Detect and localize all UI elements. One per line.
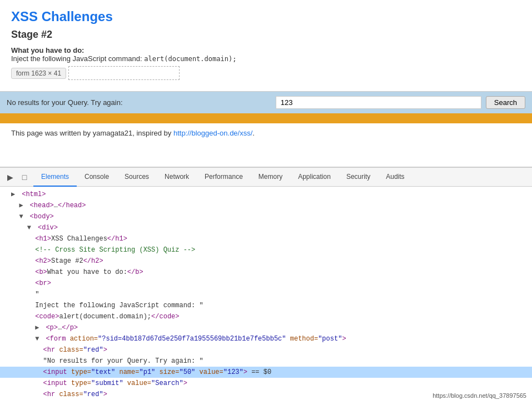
status-url: https://blog.csdn.net/qq_37897565 [432,392,526,399]
tab-network[interactable]: Network [157,168,197,187]
inject-text-label: Inject the following JavaScript command: [11,54,142,63]
code-line: ▶ <html> [0,189,532,200]
page-area: XSS Challenges Stage #2 What you have to… [0,0,532,92]
code-line: <hr class="red"> [0,344,532,356]
code-line: Inject the following JavaScript command:… [0,300,532,311]
code-line: ▼ <body> [0,211,532,222]
footer-text: This page was written by yamagata21, ins… [0,123,532,143]
tab-security[interactable]: Security [339,168,378,187]
page-title: XSS Challenges [11,9,521,24]
tab-application[interactable]: Application [290,168,339,187]
inject-code: alert(document.domain); [144,55,236,63]
orange-bar [0,113,532,123]
code-line: ▼ <div> [0,222,532,233]
tab-console[interactable]: Console [77,168,117,187]
code-line: ▶ <p>…</p> [0,322,532,333]
status-bar: https://blog.csdn.net/qq_37897565 [427,391,532,400]
code-line: <!-- Cross Site Scripting (XSS) Quiz --> [0,244,532,256]
devtools-panel: ▶ □ Elements Console Sources Network Per… [0,167,532,400]
form-hint: form 1623 × 41 [11,68,66,79]
code-line: <h2>Stage #2</h2> [0,256,532,267]
inspect-icon[interactable]: □ [19,172,30,183]
code-line: ▶ <head>…</head> [0,200,532,211]
search-button[interactable]: Search [486,96,525,109]
code-line: <h1>XSS Challenges</h1> [0,233,532,244]
code-line-highlighted: <input type="text" name="p1" size="50" v… [0,367,532,378]
tab-memory[interactable]: Memory [251,168,290,187]
code-line: <input type="submit" value="Search"> [0,378,532,389]
form-area: form 1623 × 41 [11,66,521,81]
stage-title: Stage #2 [11,29,521,41]
footer-link[interactable]: http://blogged-on.de/xss/ [173,129,252,137]
code-line: " [0,289,532,300]
devtools-toolbar: ▶ □ Elements Console Sources Network Per… [0,168,532,187]
search-bar: No results for your Query. Try again: Se… [0,92,532,113]
code-line: "No results for your Query. Try again: " [0,356,532,367]
code-line: <br> [0,278,532,289]
what-label: What you have to do: [11,46,521,54]
tab-sources[interactable]: Sources [117,168,157,187]
cursor-icon[interactable]: ▶ [4,172,16,183]
code-line: <code>alert(document.domain);</code> [0,311,532,322]
tab-audits[interactable]: Audits [378,168,412,187]
inject-description: Inject the following JavaScript command:… [11,54,521,63]
tab-elements[interactable]: Elements [33,168,77,187]
code-line: ▼ <form action="?sid=4bb187d67d5e250f7a1… [0,333,532,344]
no-results-text: No results for your Query. Try again: [7,98,271,107]
form-text-input[interactable] [68,66,180,80]
devtools-content: ▶ <html> ▶ <head>…</head> ▼ <body> ▼ <di… [0,187,532,400]
search-input[interactable] [276,96,481,109]
code-line: <b>What you have to do:</b> [0,267,532,278]
tab-performance[interactable]: Performance [197,168,251,187]
